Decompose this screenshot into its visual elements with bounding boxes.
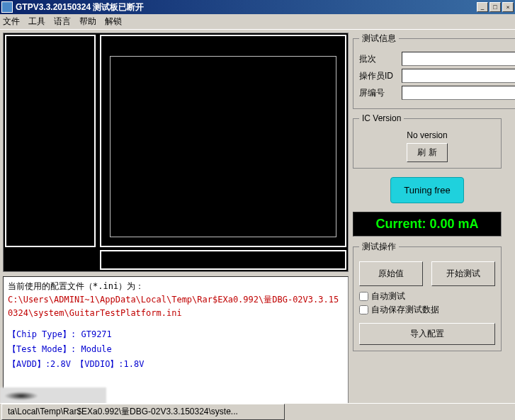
- menu-tool[interactable]: 工具: [28, 16, 45, 28]
- background-blur: [0, 387, 106, 404]
- test-mode: 【Test Mode】: Module: [8, 343, 344, 356]
- tuning-free-button[interactable]: Tuning free: [390, 177, 463, 203]
- test-info-group: 测试信息 批次 操作员ID 屏编号 ▲ ▼: [353, 33, 515, 109]
- maximize-button[interactable]: □: [489, 2, 501, 12]
- screen-label: 屏编号: [359, 87, 397, 99]
- batch-label: 批次: [359, 53, 397, 65]
- display-area: [3, 33, 349, 272]
- refresh-button[interactable]: 刷 新: [407, 143, 447, 162]
- ic-version-group: IC Version No version 刷 新: [353, 113, 502, 169]
- raw-value-button[interactable]: 原始值: [359, 261, 423, 286]
- auto-test-label: 自动测试: [371, 290, 405, 302]
- info-box: 当前使用的配置文件（*.ini）为： C:\Users\ADMINI~1\App…: [3, 276, 349, 405]
- test-operation-group: 测试操作 原始值 开始测试 自动测试 自动保存测试数据 导入配置: [353, 241, 502, 351]
- operator-label: 操作员ID: [359, 70, 397, 82]
- test-operation-legend: 测试操作: [359, 241, 399, 253]
- menu-unlock[interactable]: 解锁: [105, 16, 122, 28]
- minimize-button[interactable]: _: [477, 2, 488, 12]
- ic-version-legend: IC Version: [359, 113, 404, 123]
- chip-type: 【Chip Type】: GT9271: [8, 328, 344, 341]
- start-test-button[interactable]: 开始测试: [431, 261, 495, 286]
- titlebar: GTPV3.3.20150324 测试板已断开 _ □ ×: [0, 0, 515, 14]
- auto-test-checkbox[interactable]: [359, 292, 368, 301]
- display-panel-right: [100, 35, 346, 247]
- menu-lang[interactable]: 语言: [54, 16, 71, 28]
- config-label: 当前使用的配置文件（*.ini）为：: [8, 280, 344, 293]
- batch-input[interactable]: [402, 52, 515, 66]
- menubar: 文件 工具 语言 帮助 解锁: [0, 14, 515, 30]
- auto-save-checkbox[interactable]: [359, 305, 368, 314]
- display-panel-bottom: [100, 250, 346, 270]
- menu-file[interactable]: 文件: [3, 16, 20, 28]
- taskbar: ta\Local\Temp\Rar$EXa0.992\量DBG-02V3.3.1…: [0, 403, 515, 420]
- ic-version-status: No version: [359, 130, 495, 140]
- operator-input[interactable]: [402, 69, 515, 83]
- display-inner-frame: [110, 56, 336, 237]
- import-config-button[interactable]: 导入配置: [359, 323, 495, 345]
- menu-help[interactable]: 帮助: [79, 16, 96, 28]
- taskbar-item[interactable]: ta\Local\Temp\Rar$EXa0.992\量DBG-02V3.3.1…: [1, 404, 285, 420]
- display-panel-left: [5, 35, 96, 247]
- close-button[interactable]: ×: [502, 2, 514, 12]
- app-icon: [1, 1, 13, 13]
- test-info-legend: 测试信息: [359, 33, 399, 45]
- current-display: Current: 0.00 mA: [353, 212, 502, 237]
- voltage-info: 【AVDD】:2.8V 【VDDIO】:1.8V: [8, 358, 344, 371]
- window-title: GTPV3.3.20150324 测试板已断开: [16, 1, 477, 13]
- auto-save-label: 自动保存测试数据: [371, 304, 439, 316]
- screen-number-input[interactable]: [402, 86, 515, 100]
- config-path: C:\Users\ADMINI~1\AppData\Local\Temp\Rar…: [8, 293, 344, 320]
